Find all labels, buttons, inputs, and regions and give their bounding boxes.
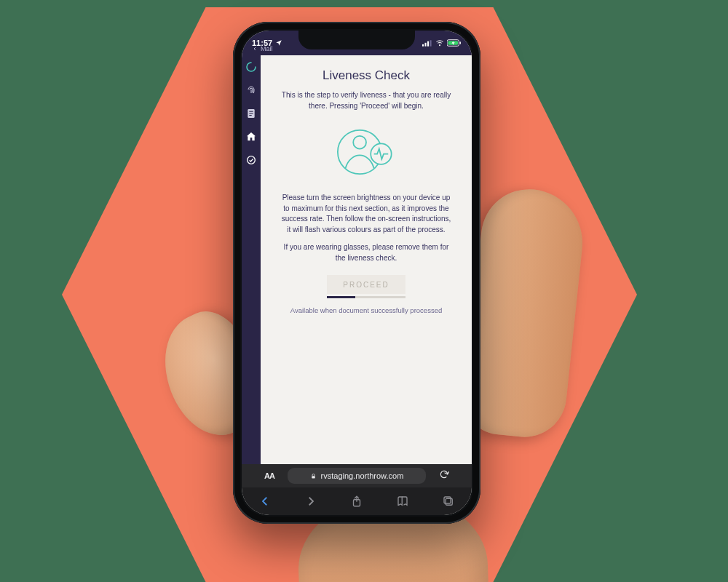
signal-icon [422, 40, 432, 47]
chevron-left-icon[interactable] [252, 46, 258, 52]
sidebar [242, 55, 261, 464]
tabs-icon[interactable] [441, 494, 456, 509]
phone-notch [298, 31, 415, 49]
svg-rect-3 [430, 40, 432, 46]
svg-point-12 [248, 156, 256, 164]
intro-text: This is the step to verify liveness - th… [272, 90, 460, 111]
url-pill[interactable]: rvstaging.northrow.com [288, 468, 426, 484]
spinner-icon[interactable] [245, 61, 257, 73]
svg-rect-16 [312, 476, 315, 478]
text-size-button[interactable]: AA [260, 471, 279, 480]
svg-rect-20 [444, 497, 451, 503]
browser-url-bar: AA rvstaging.northrow.com [242, 464, 472, 487]
svg-rect-11 [249, 115, 251, 116]
back-to-app-label[interactable]: Mail [261, 45, 273, 52]
nav-forward-icon[interactable] [304, 494, 318, 509]
url-text: rvstaging.northrow.com [321, 471, 404, 480]
svg-rect-2 [427, 41, 429, 46]
page-title: Liveness Check [323, 68, 410, 83]
home-icon[interactable] [245, 131, 257, 143]
proceed-progress-bar [327, 296, 405, 298]
lock-icon [310, 473, 317, 479]
battery-icon [447, 39, 462, 47]
instructions-text-1: Please turn the screen brightness on you… [272, 193, 460, 235]
refresh-icon[interactable] [435, 469, 454, 482]
proceed-button[interactable]: PROCEED [327, 275, 405, 294]
svg-rect-7 [460, 41, 461, 44]
svg-point-4 [440, 45, 440, 46]
browser-navbar [242, 487, 472, 515]
instructions-text-2: If you are wearing glasses, please remov… [272, 242, 460, 263]
wifi-icon [435, 39, 444, 47]
location-arrow-icon [275, 39, 282, 47]
liveness-illustration-icon [333, 123, 399, 184]
svg-rect-1 [425, 42, 427, 46]
document-icon[interactable] [245, 108, 257, 119]
svg-rect-9 [249, 111, 253, 112]
svg-rect-10 [249, 113, 253, 113]
phone-device: 11:57 Mail [233, 22, 480, 524]
svg-point-14 [353, 136, 366, 149]
bookmarks-icon[interactable] [395, 494, 410, 509]
share-icon[interactable] [349, 494, 364, 509]
app-body: Liveness Check This is the step to verif… [242, 55, 472, 464]
svg-rect-0 [422, 44, 424, 46]
fingerprint-icon[interactable] [245, 84, 257, 96]
proceed-hint: Available when document successfully pro… [290, 306, 442, 315]
svg-rect-19 [446, 498, 453, 505]
main-content: Liveness Check This is the step to verif… [261, 55, 472, 464]
checkmark-circle-icon[interactable] [245, 154, 257, 166]
phone-screen: 11:57 Mail [242, 31, 472, 515]
nav-back-icon[interactable] [258, 494, 272, 509]
